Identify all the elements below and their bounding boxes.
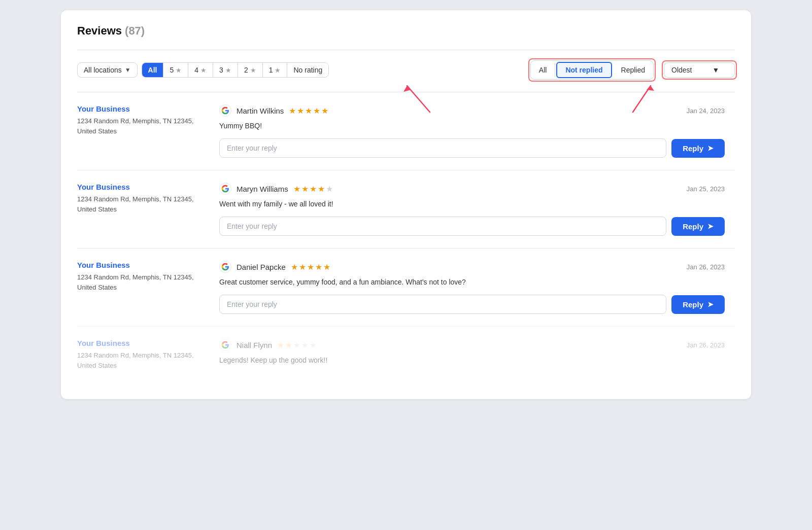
review-content: Daniel Papcke ★★★★★ Jan 26, 2023 Great c… bbox=[209, 261, 735, 314]
business-address: 1234 Random Rd, Memphis, TN 12345,United… bbox=[77, 194, 209, 214]
business-address: 1234 Random Rd, Memphis, TN 12345,United… bbox=[77, 116, 209, 136]
location-label: All locations bbox=[84, 66, 122, 74]
rating-btn-norating[interactable]: No rating bbox=[287, 63, 328, 77]
reply-label: Reply bbox=[683, 300, 703, 309]
review-date: Jan 26, 2023 bbox=[687, 263, 725, 271]
star: ★ bbox=[305, 106, 312, 116]
review-content: Martin Wilkins ★★★★★ Jan 24, 2023 Yummy … bbox=[209, 104, 735, 158]
send-icon: ➤ bbox=[707, 222, 714, 230]
review-header: Niall Flynn ★★★★★ Jan 26, 2023 bbox=[219, 339, 725, 351]
rating-btn-all[interactable]: All bbox=[142, 63, 164, 77]
reply-button[interactable]: Reply ➤ bbox=[671, 295, 725, 314]
review-row: Your Business 1234 Random Rd, Memphis, T… bbox=[77, 170, 735, 248]
reply-status-group: All Not replied Replied bbox=[530, 60, 654, 80]
location-dropdown[interactable]: All locations ▼ bbox=[77, 62, 138, 78]
business-info: Your Business 1234 Random Rd, Memphis, T… bbox=[77, 104, 209, 136]
rating-btn-1[interactable]: 1 ★ bbox=[263, 63, 288, 77]
page-header: Reviews (87) bbox=[77, 24, 735, 38]
review-text: Yummy BBQ! bbox=[219, 121, 725, 131]
rating-btn-5[interactable]: 5 ★ bbox=[163, 63, 188, 77]
reply-button[interactable]: Reply ➤ bbox=[671, 139, 725, 158]
review-row: Your Business 1234 Random Rd, Memphis, T… bbox=[77, 248, 735, 326]
business-address: 1234 Random Rd, Memphis, TN 12345,United… bbox=[77, 272, 209, 292]
review-content: Maryn Williams ★★★★★ Jan 25, 2023 Went w… bbox=[209, 183, 735, 236]
business-info: Your Business 1234 Random Rd, Memphis, T… bbox=[77, 339, 209, 370]
business-name[interactable]: Your Business bbox=[77, 183, 209, 191]
star: ★ bbox=[299, 262, 306, 272]
review-content: Niall Flynn ★★★★★ Jan 26, 2023 Legends! … bbox=[209, 339, 735, 373]
review-date: Jan 24, 2023 bbox=[687, 107, 725, 115]
star: ★ bbox=[310, 184, 317, 194]
business-name[interactable]: Your Business bbox=[77, 261, 209, 269]
reply-status-replied[interactable]: Replied bbox=[613, 63, 653, 77]
google-icon bbox=[219, 104, 231, 117]
review-text: Went with my family - we all loved it! bbox=[219, 199, 725, 209]
sort-dropdown-wrap: Oldest ▼ bbox=[664, 62, 735, 78]
rating-btn-3[interactable]: 3 ★ bbox=[213, 63, 238, 77]
star: ★ bbox=[301, 340, 309, 350]
reply-label: Reply bbox=[683, 144, 703, 153]
reply-button[interactable]: Reply ➤ bbox=[671, 217, 725, 236]
svg-marker-1 bbox=[647, 86, 654, 91]
send-icon: ➤ bbox=[707, 144, 714, 152]
stars: ★★★★★ bbox=[277, 340, 317, 350]
business-name[interactable]: Your Business bbox=[77, 104, 209, 113]
star: ★ bbox=[321, 106, 328, 116]
reviews-container: Reviews (87) All locations ▼ All 5 ★ 4 ★… bbox=[61, 10, 751, 399]
star: ★ bbox=[301, 184, 309, 194]
reviewer-name: Maryn Williams bbox=[236, 185, 288, 193]
business-address: 1234 Random Rd, Memphis, TN 12345,United… bbox=[77, 350, 209, 370]
send-icon: ➤ bbox=[707, 300, 714, 308]
review-header: Martin Wilkins ★★★★★ Jan 24, 2023 bbox=[219, 104, 725, 117]
review-text: Legends! Keep up the good work!! bbox=[219, 355, 725, 366]
header-divider bbox=[77, 50, 735, 50]
review-date: Jan 25, 2023 bbox=[687, 185, 725, 193]
rating-filters: All 5 ★ 4 ★ 3 ★ 2 ★ 1 ★ No rating bbox=[142, 62, 329, 78]
google-svg bbox=[221, 185, 229, 193]
rating-btn-2[interactable]: 2 ★ bbox=[238, 63, 263, 77]
star: ★ bbox=[307, 262, 314, 272]
sort-label: Oldest bbox=[671, 66, 692, 74]
reply-status-not-replied[interactable]: Not replied bbox=[556, 62, 612, 78]
business-name[interactable]: Your Business bbox=[77, 339, 209, 347]
star: ★ bbox=[313, 106, 320, 116]
star: ★ bbox=[297, 106, 304, 116]
reviewer-name: Niall Flynn bbox=[236, 341, 272, 349]
reply-label: Reply bbox=[683, 222, 703, 231]
star: ★ bbox=[293, 184, 300, 194]
reply-input[interactable] bbox=[219, 217, 666, 236]
review-row: Your Business 1234 Random Rd, Memphis, T… bbox=[77, 92, 735, 170]
reviews-list: Your Business 1234 Random Rd, Memphis, T… bbox=[77, 92, 735, 385]
business-info: Your Business 1234 Random Rd, Memphis, T… bbox=[77, 183, 209, 214]
rating-btn-4[interactable]: 4 ★ bbox=[188, 63, 213, 77]
review-row: Your Business 1234 Random Rd, Memphis, T… bbox=[77, 326, 735, 385]
star: ★ bbox=[285, 340, 292, 350]
reply-row: Reply ➤ bbox=[219, 217, 725, 236]
google-icon bbox=[219, 261, 231, 273]
star: ★ bbox=[310, 340, 317, 350]
reply-status-all[interactable]: All bbox=[531, 63, 556, 77]
star: ★ bbox=[277, 340, 284, 350]
reply-row: Reply ➤ bbox=[219, 138, 725, 158]
review-count: (87) bbox=[125, 24, 145, 38]
reply-row: Reply ➤ bbox=[219, 295, 725, 314]
reviewer-name: Martin Wilkins bbox=[236, 107, 284, 115]
reply-input[interactable] bbox=[219, 138, 666, 158]
stars: ★★★★★ bbox=[289, 106, 328, 116]
reviewer-name: Daniel Papcke bbox=[236, 263, 286, 271]
star: ★ bbox=[323, 262, 330, 272]
star: ★ bbox=[315, 262, 322, 272]
review-header: Daniel Papcke ★★★★★ Jan 26, 2023 bbox=[219, 261, 725, 273]
google-svg bbox=[221, 263, 229, 271]
reply-input[interactable] bbox=[219, 295, 666, 314]
star: ★ bbox=[293, 340, 300, 350]
google-svg bbox=[221, 107, 229, 115]
sort-dropdown[interactable]: Oldest ▼ bbox=[664, 62, 735, 78]
review-text: Great customer service, yummy food, and … bbox=[219, 277, 725, 288]
stars: ★★★★★ bbox=[291, 262, 330, 272]
google-icon bbox=[219, 339, 231, 351]
reply-status-filters: All Not replied Replied bbox=[530, 60, 654, 80]
stars: ★★★★★ bbox=[293, 184, 333, 194]
sort-chevron: ▼ bbox=[712, 66, 719, 74]
svg-marker-0 bbox=[403, 86, 411, 92]
